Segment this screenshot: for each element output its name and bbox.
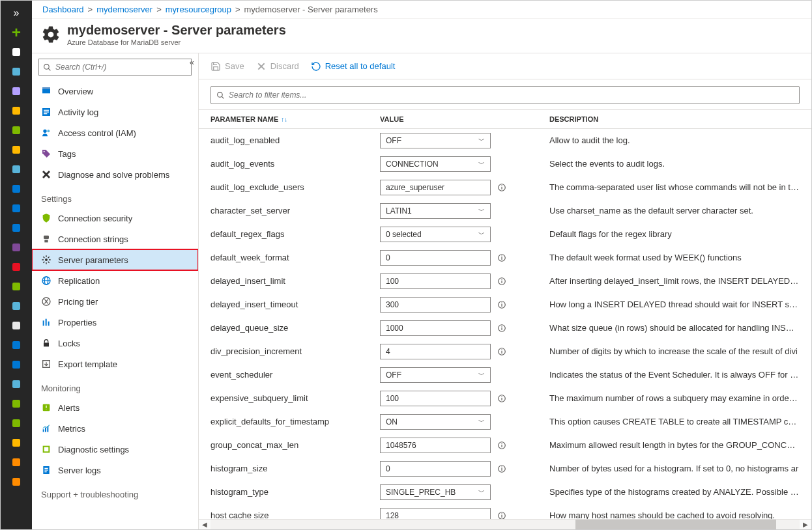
sidebar-item-overview[interactable]: Overview [32,81,198,102]
value-dropdown[interactable]: OFF﹀ [380,367,491,383]
breadcrumb-sep: > [156,5,162,14]
scroll-right-arrow[interactable]: ▶ [800,521,811,528]
rail-item-18[interactable] [1,394,32,413]
discard-button[interactable]: Discard [256,61,299,72]
sidebar-item-locks[interactable]: Locks [32,333,198,354]
sidebar-item-metrics[interactable]: Metrics [32,418,198,439]
rail-item-6[interactable] [1,160,32,179]
value-input[interactable] [386,441,485,450]
value-textbox[interactable] [380,273,491,289]
value-textbox[interactable] [380,250,491,266]
value-dropdown[interactable]: OFF﹀ [380,133,491,148]
svg-rect-73 [501,327,502,329]
value-textbox[interactable] [380,297,491,313]
breadcrumb-item[interactable]: mydemoserver [96,5,152,14]
rail-item-14[interactable] [1,316,32,335]
save-button[interactable]: Save [210,61,244,72]
rail-item-21[interactable] [1,453,32,472]
svg-rect-17 [12,380,20,388]
value-input[interactable] [386,183,485,192]
scroll-left-arrow[interactable]: ◀ [199,521,210,528]
value-input[interactable] [386,347,485,356]
rail-item-16[interactable] [1,355,32,374]
sidebar-item-connection-strings[interactable]: Connection strings [32,229,198,249]
rail-item-5[interactable] [1,140,32,160]
sidebar-item-activity-log[interactable]: Activity log [32,102,198,122]
sidebar-item-connection-security[interactable]: Connection security [32,208,198,229]
filter-input[interactable] [229,91,794,100]
col-header-name[interactable]: Parameter Name↑↓ [199,110,368,129]
rail-item-15[interactable] [1,335,32,355]
value-textbox[interactable] [380,320,491,336]
value-dropdown[interactable]: SINGLE_PREC_HB﹀ [380,484,491,500]
value-dropdown[interactable]: LATIN1﹀ [380,203,491,219]
breadcrumb-item[interactable]: Dashboard [42,5,84,14]
sidebar-item-replication[interactable]: Replication [32,270,198,291]
rail-item-13[interactable] [1,296,32,316]
sidebar-item-access-control-iam-[interactable]: Access control (IAM) [32,122,198,143]
page-title: mydemoserver - Server parameters [67,23,286,38]
table-row: event_scheduler OFF﹀ Indicates the statu… [199,363,811,387]
value-input[interactable] [386,511,485,520]
col-header-value[interactable]: Value [368,110,538,129]
rail-item-19[interactable] [1,413,32,433]
rail-create[interactable]: + [1,23,32,42]
table-row: character_set_server LATIN1﹀ Use charset… [199,199,811,223]
sidebar-item-alerts[interactable]: Alerts [32,397,198,418]
rail-item-20[interactable] [1,433,32,453]
rail-item-8[interactable] [1,199,32,218]
rail-item-22[interactable] [1,472,32,492]
value-dropdown[interactable]: ON﹀ [380,414,491,430]
sidebar-item-pricing-tier[interactable]: Pricing tier [32,291,198,312]
rail-item-0[interactable] [1,42,32,62]
rail-expand[interactable]: » [1,3,32,23]
sidebar-item-label: Access control (IAM) [58,128,136,138]
value-input[interactable] [386,394,485,403]
value-textbox[interactable] [380,438,491,453]
value-input[interactable] [386,324,485,333]
value-dropdown[interactable]: CONNECTION﹀ [380,156,491,172]
svg-line-24 [48,68,50,70]
value-textbox[interactable] [380,391,491,406]
collapse-nav-icon[interactable]: « [190,57,194,67]
breadcrumb-item[interactable]: myresourcegroup [166,5,231,14]
rail-item-17[interactable] [1,374,32,394]
rail-item-1[interactable] [1,62,32,81]
filter-box[interactable] [210,86,800,104]
horizontal-scrollbar[interactable]: ◀ ▶ [199,519,811,529]
rail-item-7[interactable] [1,179,32,199]
rail-item-3[interactable] [1,101,32,120]
rail-item-9[interactable] [1,218,32,238]
nav-search-input[interactable] [55,63,187,72]
rail-item-11[interactable] [1,257,32,277]
reset-icon [311,61,321,72]
nav-search-box[interactable] [38,59,192,76]
value-textbox[interactable] [380,344,491,359]
value-input[interactable] [386,464,485,473]
svg-rect-62 [501,185,502,186]
sidebar-item-export-template[interactable]: Export template [32,354,198,374]
table-row: audit_log_enabled OFF﹀ Allow to audit th… [199,129,811,152]
sidebar-item-tags[interactable]: Tags [32,143,198,164]
col-header-description[interactable]: Description [538,110,811,129]
value-textbox[interactable] [380,508,491,520]
reset-button[interactable]: Reset all to default [311,61,396,72]
rail-item-10[interactable] [1,238,32,257]
value-textbox[interactable] [380,461,491,477]
value-input[interactable] [386,277,485,286]
value-input[interactable] [386,253,485,262]
sidebar-item-server-logs[interactable]: Server logs [32,460,198,481]
scroll-track[interactable] [210,520,800,530]
value-input[interactable] [386,300,485,309]
value-dropdown[interactable]: 0 selected﹀ [380,227,491,242]
nav-section-label: Monitoring [32,374,198,397]
scroll-thumb[interactable] [575,520,776,530]
value-textbox[interactable] [380,180,491,195]
sidebar-item-server-parameters[interactable]: Server parameters [32,249,198,270]
sidebar-item-diagnostic-settings[interactable]: Diagnostic settings [32,439,198,460]
sidebar-item-properties[interactable]: Properties [32,312,198,333]
sidebar-item-diagnose-and-solve-problems[interactable]: Diagnose and solve problems [32,164,198,185]
rail-item-2[interactable] [1,81,32,101]
rail-item-12[interactable] [1,277,32,296]
rail-item-4[interactable] [1,120,32,140]
